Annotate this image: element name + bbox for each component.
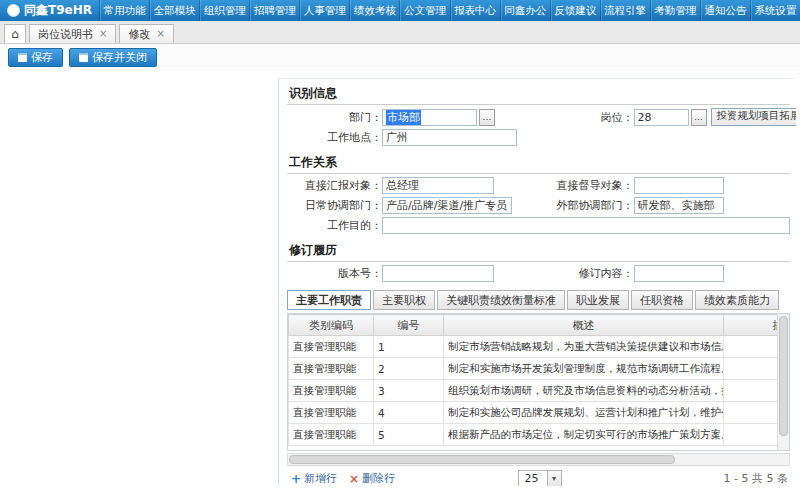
topmenu-item[interactable]: 通知公告 xyxy=(700,0,750,21)
section-title-identify: 识别信息 xyxy=(287,82,790,105)
detail-tab-qualification[interactable]: 任职资格 xyxy=(631,290,693,310)
detail-tabs: 主要工作职责 主要职权 关键职责绩效衡量标准 职业发展 任职资格 绩效素质能力 xyxy=(287,290,790,310)
app-logo: 同鑫T9eHR xyxy=(0,0,99,21)
form-row: 部门： 市场部 … 岗位： … 投资规划项目拓展 xyxy=(287,108,790,126)
topmenu-item[interactable]: 流程引擎 xyxy=(600,0,650,21)
external-coord-input[interactable] xyxy=(634,197,724,214)
topmenu-item[interactable]: 考勤管理 xyxy=(650,0,700,21)
revision-input[interactable] xyxy=(634,265,724,282)
position-input[interactable] xyxy=(634,109,689,126)
cell-number: 5 xyxy=(374,424,444,446)
cell-summary: 制定和实施市场开发策划管理制度，规范市场调研工作流程。 xyxy=(444,358,724,380)
location-input[interactable] xyxy=(382,129,517,146)
save-button-label: 保存 xyxy=(31,50,53,65)
cell-number: 2 xyxy=(374,358,444,380)
record-count-info: 1 - 5 共 5 条 xyxy=(562,471,789,486)
report-to-input[interactable] xyxy=(382,177,494,194)
position-lookup-button[interactable]: … xyxy=(691,109,707,126)
tab-position-description[interactable]: 岗位说明书 × xyxy=(29,24,116,43)
table-row[interactable]: 直接管理职能 5 根据新产品的市场定位，制定切实可行的市场推广策划方案。 xyxy=(289,424,791,446)
position-detail-button[interactable]: 投资规划项目拓展 xyxy=(711,108,797,126)
section-title-relation: 工作关系 xyxy=(287,151,790,174)
top-menu: 常用功能 全部模块 组织管理 招聘管理 人事管理 绩效考核 公文管理 报表中心 … xyxy=(99,0,800,21)
cell-category: 直接管理职能 xyxy=(289,380,374,402)
delete-row-button[interactable]: × 删除行 xyxy=(349,471,395,486)
close-icon[interactable]: × xyxy=(156,29,164,39)
cell-summary: 根据新产品的市场定位，制定切实可行的市场推广策划方案。 xyxy=(444,424,724,446)
tab-label: 修改 xyxy=(128,27,150,42)
daily-coord-label: 日常协调部门： xyxy=(287,198,382,213)
save-and-close-button[interactable]: 保存并关闭 xyxy=(69,48,157,67)
detail-tab-kpi-standard[interactable]: 关键职责绩效衡量标准 xyxy=(437,290,565,310)
location-label: 工作地点： xyxy=(287,130,382,145)
save-button[interactable]: 保存 xyxy=(8,48,63,67)
supervise-input[interactable] xyxy=(634,177,724,194)
detail-tab-career[interactable]: 职业发展 xyxy=(567,290,629,310)
detail-tab-authority[interactable]: 主要职权 xyxy=(373,290,435,310)
close-icon[interactable]: × xyxy=(99,29,107,39)
topmenu-item[interactable]: 常用功能 xyxy=(99,0,149,21)
supervise-label: 直接督导对象： xyxy=(539,178,634,193)
column-header: 类别编码 xyxy=(289,315,374,336)
table-row[interactable]: 直接管理职能 2 制定和实施市场开发策划管理制度，规范市场调研工作流程。 xyxy=(289,358,791,380)
tab-label: 岗位说明书 xyxy=(38,27,93,42)
daily-coord-input[interactable] xyxy=(382,197,512,214)
version-input[interactable] xyxy=(382,265,494,282)
topmenu-item[interactable]: 公文管理 xyxy=(399,0,449,21)
grid-footer-actions: + 新增行 × 删除行 xyxy=(291,471,518,486)
chevron-down-icon: ▾ xyxy=(547,471,561,486)
table-row[interactable]: 直接管理职能 4 制定和实施公司品牌发展规划、运营计划和推广计划，维护公司的品牌… xyxy=(289,402,791,424)
report-to-label: 直接汇报对象： xyxy=(287,178,382,193)
form-row: 工作目的： xyxy=(287,217,790,234)
page-size-select[interactable]: 25 ▾ xyxy=(518,470,562,486)
column-header: 编号 xyxy=(374,315,444,336)
form-col: 日常协调部门： xyxy=(287,197,539,214)
purpose-input[interactable] xyxy=(382,217,790,234)
topmenu-item[interactable]: 人事管理 xyxy=(299,0,349,21)
home-button[interactable]: ⌂ xyxy=(4,24,26,43)
plus-icon: + xyxy=(291,472,301,486)
horizontal-scrollbar-thumb[interactable] xyxy=(289,455,675,464)
external-coord-label: 外部协调部门： xyxy=(539,198,634,213)
topmenu-item[interactable]: 同鑫办公 xyxy=(500,0,550,21)
revision-label: 修订内容： xyxy=(539,266,634,281)
detail-tab-competency[interactable]: 绩效素质能力 xyxy=(695,290,779,310)
top-menu-bar: 同鑫T9eHR 常用功能 全部模块 组织管理 招聘管理 人事管理 绩效考核 公文… xyxy=(0,0,800,21)
form-col: 版本号： xyxy=(287,265,539,282)
topmenu-item[interactable]: 全部模块 xyxy=(149,0,199,21)
table-row[interactable]: 直接管理职能 3 组织策划市场调研，研究及市场信息资料的动态分析活动，提供准确可… xyxy=(289,380,791,402)
vertical-scrollbar[interactable] xyxy=(777,314,789,450)
cell-summary: 制定和实施公司品牌发展规划、运营计划和推广计划，维护公司的品牌形象。 xyxy=(444,402,724,424)
dept-lookup-button[interactable]: … xyxy=(479,109,495,126)
version-label: 版本号： xyxy=(287,266,382,281)
grid-footer: + 新增行 × 删除行 25 ▾ 1 - 5 共 5 条 xyxy=(287,469,790,486)
topmenu-item[interactable]: 报表中心 xyxy=(450,0,500,21)
duties-grid: 类别编码 编号 概述 描述 直接管理职能 1 制定市场营销战略规划，为重大营销决… xyxy=(287,313,790,451)
form-row: 直接汇报对象： 直接督导对象： xyxy=(287,177,790,194)
form-col: 外部协调部门： xyxy=(539,197,791,214)
cell-number: 1 xyxy=(374,336,444,358)
cell-summary: 组织策划市场调研，研究及市场信息资料的动态分析活动，提供准确可靠的市场情报信息。 xyxy=(444,380,724,402)
app-logo-text: 同鑫T9eHR xyxy=(24,2,92,19)
tab-edit[interactable]: 修改 × xyxy=(119,24,173,43)
horizontal-scrollbar[interactable] xyxy=(287,453,790,466)
topmenu-item[interactable]: 绩效考核 xyxy=(349,0,399,21)
form-col: 部门： 市场部 … xyxy=(287,109,539,126)
section-title-revision: 修订履历 xyxy=(287,239,790,262)
cell-number: 3 xyxy=(374,380,444,402)
topmenu-item[interactable]: 组织管理 xyxy=(199,0,249,21)
cell-category: 直接管理职能 xyxy=(289,402,374,424)
home-icon: ⌂ xyxy=(11,27,19,41)
topmenu-item[interactable]: 反馈建议 xyxy=(550,0,600,21)
form-col: 修订内容： xyxy=(539,265,791,282)
vertical-scrollbar-thumb[interactable] xyxy=(779,316,788,436)
topmenu-item[interactable]: 系统设置 xyxy=(750,0,800,21)
form-row: 版本号： 修订内容： xyxy=(287,265,790,282)
detail-tab-main-duties[interactable]: 主要工作职责 xyxy=(287,290,371,310)
dept-input[interactable]: 市场部 xyxy=(382,109,477,126)
column-header: 概述 xyxy=(444,315,724,336)
table-row[interactable]: 直接管理职能 1 制定市场营销战略规划，为重大营销决策提供建议和市场信息支持。 xyxy=(289,336,791,358)
topmenu-item[interactable]: 招聘管理 xyxy=(249,0,299,21)
app-logo-icon xyxy=(7,4,20,17)
add-row-button[interactable]: + 新增行 xyxy=(291,471,337,486)
